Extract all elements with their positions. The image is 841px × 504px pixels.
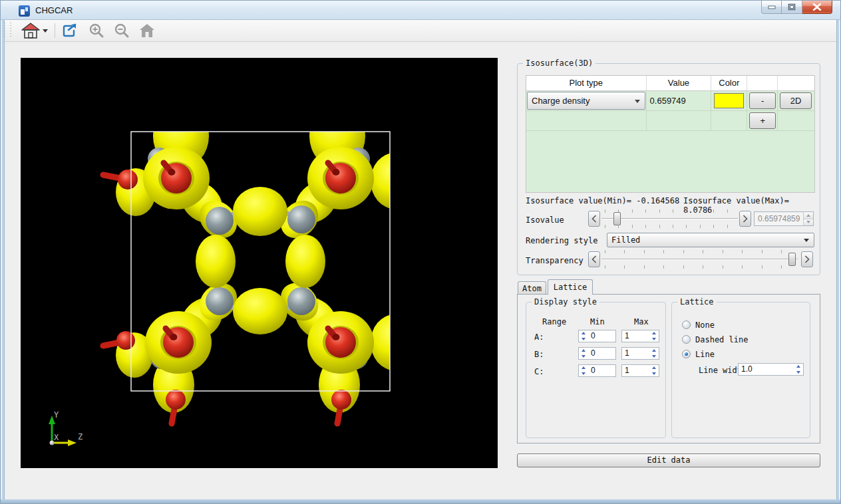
app-window: CHGCAR [0,0,841,504]
add-isosurface-button[interactable]: + [749,112,776,129]
tab-atom[interactable]: Atom [518,281,546,295]
axis-label-x: X [54,433,59,442]
color-swatch[interactable] [714,93,744,108]
home-menu-button[interactable] [18,21,51,40]
isovalue-decrease-button[interactable] [588,211,600,227]
table-header: Plot type Value Color [526,76,814,91]
isovalue-slider[interactable] [601,209,738,228]
isosurface-table: Plot type Value Color Charge density 0.6… [526,75,815,193]
transparency-slider[interactable] [601,250,798,269]
table-row-empty: + [526,111,814,131]
toolbar-separator [55,23,55,38]
gray-home-icon [139,23,155,39]
combobox-arrow-icon [635,100,640,103]
plot-type-combobox[interactable]: Charge density [527,92,645,110]
range-b-min[interactable]: 0 [578,347,616,360]
table-row: Charge density 0.659749 - 2D [526,91,814,111]
range-a-label: A: [534,332,544,342]
edit-data-button[interactable]: Edit data [517,453,820,467]
reset-view-button[interactable] [136,21,158,40]
line-width-spinbox[interactable]: 1.0 [738,363,804,376]
transparency-label: Transparency [526,256,584,265]
isosurface-value-cell[interactable]: 0.659749 [647,91,712,111]
isosurface-minmax: Isosurface value(Min)= -0.164568 Isosurf… [526,196,815,205]
home-dropdown-caret [43,29,48,33]
isosurface-min-label: Isosurface value(Min)= -0.164568 [526,196,679,205]
zoom-in-icon [88,23,104,39]
red-home-icon [21,22,41,39]
rendering-style-label: Rendering style [526,236,597,245]
isosurface-group-title: Isosurface(3D) [523,59,595,68]
col-value: Value [647,76,712,90]
col-color: Color [711,76,747,90]
window-border [836,20,841,504]
range-c-label: C: [534,367,544,376]
isovalue-increase-button[interactable] [739,211,751,227]
zoom-out-button[interactable] [111,21,132,40]
spinner-arrows[interactable] [803,212,813,225]
window-border [0,20,5,504]
remove-isosurface-button[interactable]: - [749,92,776,109]
range-c-min[interactable]: 0 [578,364,616,377]
titlebar[interactable]: CHGCAR [0,0,841,20]
structure-viewport[interactable]: Y Z X [21,58,498,468]
app-icon [19,5,30,17]
radio-dashed-line[interactable] [682,335,691,344]
range-b-label: B: [534,350,544,359]
structure-scene: Y Z X [21,58,498,468]
axis-label-z: Z [78,432,83,441]
lattice-group-title: Lattice [677,297,717,307]
range-b-max[interactable]: 1 [621,347,659,360]
main-content: Y Z X Isosurface(3D) Plot type Value Col… [5,42,836,499]
zoom-in-button[interactable] [86,21,107,40]
tab-lattice[interactable]: Lattice [548,279,593,295]
radio-line[interactable] [682,350,691,358]
window-title: CHGCAR [35,5,73,15]
display-style-title: Display style [532,297,599,307]
isosurface-group: Isosurface(3D) Plot type Value Color Cha… [517,63,820,275]
range-c-max[interactable]: 1 [621,364,659,377]
isovalue-label: Isovalue [526,215,564,225]
isovalue-spinbox[interactable]: 0.65974859 [754,211,814,226]
maximize-button[interactable] [782,1,802,14]
transparency-increase-button[interactable] [801,251,813,267]
window-border [0,499,841,504]
range-a-min[interactable]: 0 [578,330,616,342]
transparency-slider-handle[interactable] [788,253,796,266]
export-icon [62,23,78,38]
radio-none[interactable] [682,320,691,329]
minimize-button[interactable] [761,1,782,14]
col-plot-type: Plot type [526,76,647,90]
range-a-max[interactable]: 1 [621,330,659,342]
toolbar [1,20,840,42]
axis-label-y: Y [54,410,59,420]
combobox-arrow-icon [804,239,809,242]
lattice-style-group: Lattice None Dashed line Line Line width… [671,302,810,438]
close-button[interactable] [802,1,832,14]
lattice-tab-panel: Display style Range Min Max A: 0 1 B: [517,294,820,443]
export-button[interactable] [59,21,81,40]
view-2d-button[interactable]: 2D [780,92,812,109]
display-style-group: Display style Range Min Max A: 0 1 B: [526,302,666,438]
isovalue-slider-handle[interactable] [613,212,621,225]
rendering-style-combobox[interactable]: Filled [607,233,814,247]
zoom-out-icon [114,23,130,39]
transparency-decrease-button[interactable] [588,251,600,267]
toolbar-grip[interactable] [10,23,13,39]
